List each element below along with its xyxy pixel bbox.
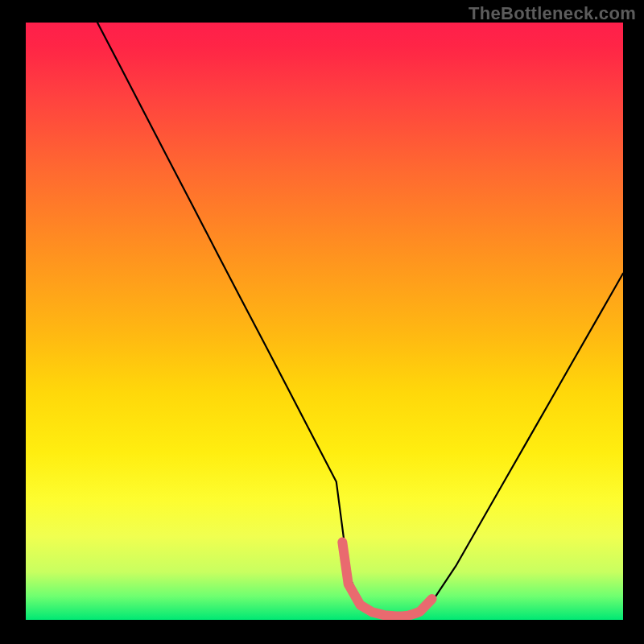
bottleneck-curve-path: [97, 23, 623, 617]
plot-area: [26, 23, 623, 620]
curve-layer: [26, 23, 623, 620]
watermark-text: TheBottleneck.com: [469, 3, 636, 24]
chart-frame: TheBottleneck.com: [0, 0, 644, 644]
highlight-region-path: [342, 543, 431, 617]
